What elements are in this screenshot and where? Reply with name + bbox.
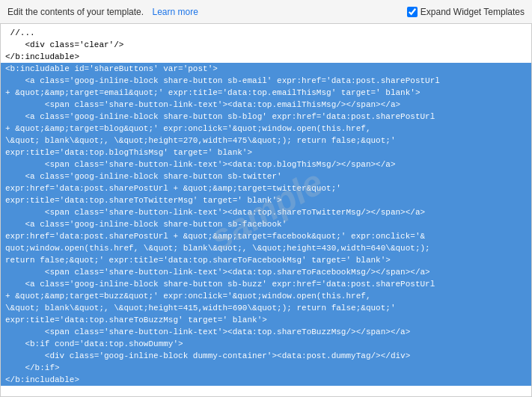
code-line: <a class='goog-inline-block share-button… — [1, 218, 531, 230]
code-line: + &quot;&amp;target=email&quot;' expr:ti… — [1, 87, 531, 99]
code-line: <a class='goog-inline-block share-button… — [1, 170, 531, 182]
code-line: expr:href='data:post.sharePostUrl + &quo… — [1, 182, 531, 194]
code-line: </b:includable> — [1, 51, 531, 63]
learn-more-link[interactable]: Learn more — [152, 7, 198, 17]
code-line: </b:includable> — [1, 374, 531, 386]
top-bar: Edit the contents of your template. Lear… — [0, 0, 532, 24]
code-line: <a class='goog-inline-block share-button… — [1, 75, 531, 87]
code-line: expr:href='data:post.sharePostUrl + &quo… — [1, 230, 531, 242]
top-bar-description: Edit the contents of your template. Lear… — [7, 7, 198, 17]
code-line: quot;window.open(this.href, \&quot; blan… — [1, 242, 531, 254]
code-line: <span class='share-button-link-text'><da… — [1, 99, 531, 111]
expand-widget-checkbox[interactable] — [407, 7, 418, 17]
expand-widget-checkbox-container[interactable]: Expand Widget Templates — [407, 7, 525, 17]
description-text: Edit the contents of your template. — [7, 7, 144, 17]
code-line: \&quot; blank\&quot;, \&quot;height=415,… — [1, 302, 531, 314]
code-line: //... — [1, 27, 531, 39]
code-editor: //... <div class='clear'/></b:includable… — [0, 24, 532, 397]
code-line: <div class='goog-inline-block dummy-cont… — [1, 350, 531, 362]
code-line: <span class='share-button-link-text'><da… — [1, 206, 531, 218]
code-line: <a class='goog-inline-block share-button… — [1, 278, 531, 290]
code-line: expr:title='data:top.shareToTwitterMsg' … — [1, 194, 531, 206]
code-line: <b:if cond='data:top.showDummy'> — [1, 338, 531, 350]
code-line: + &quot;&amp;target=blog&quot;' expr:onc… — [1, 123, 531, 135]
code-line: \&quot; blank\&quot;, \&quot;height=270,… — [1, 135, 531, 147]
code-line: <span class='share-button-link-text'><da… — [1, 266, 531, 278]
code-line: expr:title='data:top.blogThisMsg' target… — [1, 147, 531, 159]
code-line: expr:title='data:top.shareToBuzzMsg' tar… — [1, 314, 531, 326]
top-bar-right: Expand Widget Templates — [407, 7, 525, 17]
code-line: <a class='goog-inline-block share-button… — [1, 111, 531, 123]
code-line: return false;&quot;' expr:title='data:to… — [1, 254, 531, 266]
code-line: <span class='share-button-link-text'><da… — [1, 159, 531, 170]
expand-widget-label: Expand Widget Templates — [421, 7, 525, 17]
code-line: </b:if> — [1, 362, 531, 374]
code-line: + &quot;&amp;target=buzz&quot;' expr:onc… — [1, 290, 531, 302]
code-line: <div class='clear'/> — [1, 39, 531, 51]
code-line: <span class='share-button-link-text'><da… — [1, 326, 531, 338]
code-line — [1, 386, 531, 397]
code-line: <b:includable id='shareButtons' var='pos… — [1, 63, 531, 75]
